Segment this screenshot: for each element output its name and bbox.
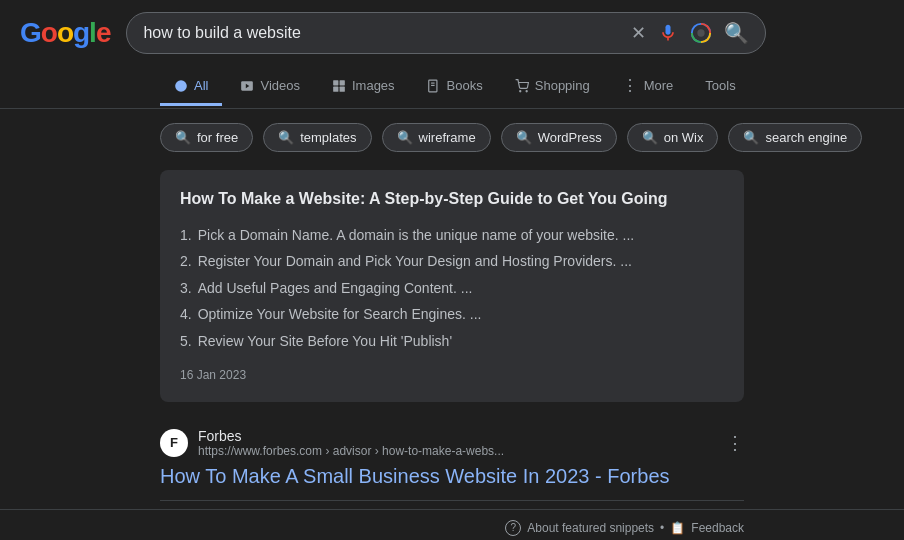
snippet-step-1: 1.Pick a Domain Name. A domain is the un… [180,222,724,248]
tools-button[interactable]: Tools [691,68,749,106]
svg-point-1 [698,29,705,36]
chip-label-for-free: for free [197,130,238,145]
snippet-title: How To Make a Website: A Step-by-Step Gu… [180,190,724,208]
tab-shopping-label: Shopping [535,78,590,93]
all-icon [174,79,188,93]
svg-point-2 [175,80,187,92]
about-featured-snippets[interactable]: About featured snippets [527,521,654,535]
feedback-button[interactable]: Feedback [691,521,744,535]
tab-all[interactable]: All [160,68,222,106]
lens-button[interactable] [690,22,712,44]
tab-images[interactable]: Images [318,68,409,106]
snippet-step-5: 5.Review Your Site Before You Hit 'Publi… [180,328,724,354]
tab-videos-label: Videos [260,78,300,93]
search-bar[interactable]: ✕ 🔍 [126,12,766,54]
search-bar-icons: ✕ 🔍 [631,21,749,45]
tab-all-label: All [194,78,208,93]
tab-books-label: Books [447,78,483,93]
chip-label-search-engine: search engine [765,130,847,145]
filter-chips: 🔍 for free 🔍 templates 🔍 wireframe 🔍 Wor… [0,109,904,166]
chip-label-on-wix: on Wix [664,130,704,145]
chip-templates[interactable]: 🔍 templates [263,123,371,152]
chip-on-wix[interactable]: 🔍 on Wix [627,123,719,152]
tab-more-label: More [644,78,674,93]
tab-videos[interactable]: Videos [226,68,314,106]
videos-icon [240,79,254,93]
shopping-icon [515,79,529,93]
result-url: https://www.forbes.com › advisor › how-t… [198,444,504,458]
dot-separator: • [660,521,664,535]
chip-search-icon-wireframe: 🔍 [397,130,413,145]
result-favicon: F [160,429,188,457]
chip-search-icon-templates: 🔍 [278,130,294,145]
feedback-bar: ? About featured snippets • 📋 Feedback [0,509,904,540]
result-title-link[interactable]: How To Make A Small Business Website In … [160,465,670,487]
search-result-forbes: F Forbes https://www.forbes.com › adviso… [160,418,744,500]
chip-search-icon-on-wix: 🔍 [642,130,658,145]
section-divider [160,500,744,501]
images-icon [332,79,346,93]
books-icon [427,79,441,93]
nav-tabs: All Videos Images Books Shopping ⋮ More … [0,66,904,109]
svg-point-12 [519,90,520,91]
question-icon: ? [505,520,521,536]
snippet-list: 1.Pick a Domain Name. A domain is the un… [180,222,724,354]
svg-rect-7 [333,86,338,91]
google-logo: Google [20,17,110,49]
chip-label-wireframe: wireframe [419,130,476,145]
tab-images-label: Images [352,78,395,93]
snippet-step-2: 2.Register Your Domain and Pick Your Des… [180,248,724,274]
chip-wordpress[interactable]: 🔍 WordPress [501,123,617,152]
more-icon: ⋮ [622,76,638,95]
clear-icon: ✕ [631,22,646,44]
tab-books[interactable]: Books [413,68,497,106]
snippet-step-4: 4.Optimize Your Website for Search Engin… [180,301,724,327]
search-icon: 🔍 [724,21,749,45]
snippet-date: 16 Jan 2023 [180,368,724,382]
mic-icon [658,23,678,43]
snippet-step-3: 3.Add Useful Pages and Engaging Content.… [180,275,724,301]
feedback-icon: 📋 [670,521,685,535]
chip-label-wordpress: WordPress [538,130,602,145]
result-site-info: F Forbes https://www.forbes.com › adviso… [160,428,744,458]
svg-rect-6 [340,80,345,85]
search-submit-button[interactable]: 🔍 [724,21,749,45]
tab-more[interactable]: ⋮ More [608,66,688,108]
chip-wireframe[interactable]: 🔍 wireframe [382,123,491,152]
header: Google ✕ [0,0,904,66]
result-site-name: Forbes [198,428,504,444]
svg-rect-5 [333,80,338,85]
chip-label-templates: templates [300,130,356,145]
result-site-details: Forbes https://www.forbes.com › advisor … [198,428,504,458]
chip-for-free[interactable]: 🔍 for free [160,123,253,152]
chip-search-icon-search-engine: 🔍 [743,130,759,145]
clear-button[interactable]: ✕ [631,22,646,44]
search-input[interactable] [143,24,621,42]
tab-shopping[interactable]: Shopping [501,68,604,106]
chip-search-icon-for-free: 🔍 [175,130,191,145]
main-content: How To Make a Website: A Step-by-Step Gu… [0,166,904,500]
chip-search-icon-wordpress: 🔍 [516,130,532,145]
result-more-button[interactable]: ⋮ [726,432,744,454]
svg-rect-8 [340,86,345,91]
chip-search-engine[interactable]: 🔍 search engine [728,123,862,152]
lens-icon [690,22,712,44]
svg-point-13 [526,90,527,91]
featured-snippet: How To Make a Website: A Step-by-Step Gu… [160,170,744,402]
voice-search-button[interactable] [658,23,678,43]
